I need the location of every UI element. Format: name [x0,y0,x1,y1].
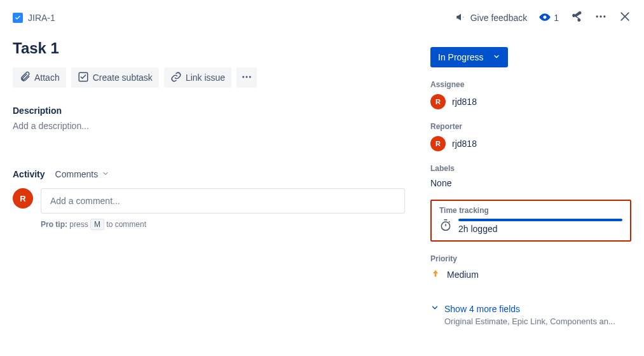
give-feedback-label: Give feedback [470,13,528,23]
svg-point-7 [441,222,449,230]
reporter-field[interactable]: Reporter R rjd818 [430,122,631,151]
show-more-fields-button[interactable]: Show 4 more fields [430,303,631,314]
priority-label: Priority [430,254,631,263]
breadcrumb[interactable]: JIRA-1 [13,13,405,23]
priority-field[interactable]: Priority Medium [430,254,631,280]
create-subtask-label: Create subtask [93,72,153,83]
more-horizontal-icon [241,71,252,85]
priority-medium-icon [430,268,441,280]
give-feedback-button[interactable]: Give feedback [455,11,528,25]
time-tracking-bar [458,219,622,221]
assignee-field[interactable]: Assignee R rjd818 [430,80,631,109]
comment-protip: Pro tip: press M to comment [41,220,405,229]
description-label: Description [13,106,405,116]
activity-tab-label: Comments [55,169,99,179]
share-icon [570,10,583,25]
eye-icon [538,11,551,25]
attach-button[interactable]: Attach [13,67,66,88]
comment-input[interactable]: Add a comment... [41,188,405,214]
labels-field[interactable]: Labels None [430,164,631,188]
assignee-avatar: R [430,94,446,109]
labels-label: Labels [430,164,631,173]
svg-point-4 [242,76,244,78]
more-fields-sub: Original Estimate, Epic Link, Components… [444,317,629,326]
issue-key: JIRA-1 [28,13,55,23]
more-content-button[interactable] [236,67,257,88]
watch-button[interactable]: 1 [538,11,559,25]
paperclip-icon [19,71,31,85]
priority-value: Medium [447,270,479,280]
show-more-fields-label: Show 4 more fields [444,304,520,314]
status-label: In Progress [438,52,484,62]
close-button[interactable] [619,10,631,25]
link-issue-label: Link issue [186,72,225,83]
time-tracking-label: Time tracking [439,206,622,215]
svg-point-5 [246,76,248,78]
chevron-down-icon [430,303,439,314]
watch-count: 1 [554,13,559,23]
issue-title[interactable]: Task 1 [13,39,405,57]
svg-point-2 [603,15,605,17]
share-button[interactable] [570,10,583,25]
create-subtask-button[interactable]: Create subtask [71,67,159,88]
close-icon [619,10,631,25]
chevron-down-icon [102,169,109,179]
subtask-icon [78,71,89,85]
megaphone-icon [455,11,467,25]
svg-point-0 [596,15,598,17]
activity-label: Activity [13,169,45,179]
more-horizontal-icon [594,10,607,25]
link-icon [170,71,182,85]
assignee-label: Assignee [430,80,631,89]
link-issue-button[interactable]: Link issue [164,67,231,88]
attach-label: Attach [34,72,60,83]
svg-point-6 [249,76,251,78]
task-type-icon [13,13,23,23]
description-field[interactable]: Add a description... [13,121,405,131]
chevron-down-icon [493,52,500,62]
reporter-avatar: R [430,136,446,151]
reporter-label: Reporter [430,122,631,131]
assignee-name: rjd818 [452,97,477,107]
activity-tab-select[interactable]: Comments [55,169,110,179]
status-button[interactable]: In Progress [430,47,508,67]
time-logged-value: 2h logged [458,224,622,234]
svg-point-1 [599,15,601,17]
more-actions-button[interactable] [594,10,607,25]
reporter-name: rjd818 [452,139,477,149]
time-tracking-field[interactable]: Time tracking 2h logged [430,200,631,242]
current-user-avatar: R [13,188,33,209]
labels-value: None [430,178,631,188]
stopwatch-icon [439,219,452,234]
